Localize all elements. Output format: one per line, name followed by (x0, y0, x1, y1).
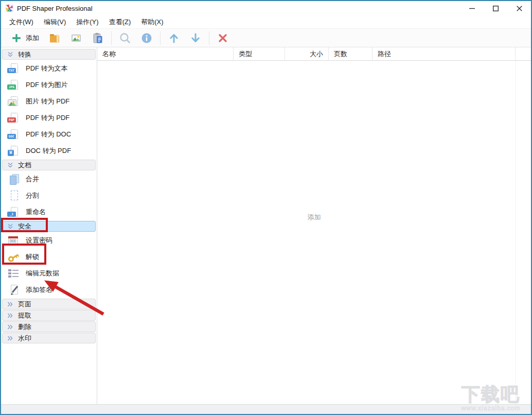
column-header-name[interactable]: 名称 (97, 47, 234, 60)
menu-edit[interactable]: 编辑(V) (39, 16, 71, 28)
word-file-icon: W (7, 144, 20, 158)
sidebar-item-doc-to-pdf[interactable]: W DOC 转为 PDF (1, 143, 97, 159)
chevron-double-right-icon (7, 324, 13, 330)
sidebar-item-split[interactable]: 分割 (1, 187, 97, 204)
delete-button[interactable] (212, 30, 234, 46)
toolbar-separator (209, 31, 209, 45)
column-header-path[interactable]: 路径 (373, 47, 516, 60)
move-up-icon (168, 32, 180, 44)
toolbar-separator (160, 31, 161, 45)
section-header-extract[interactable]: 提取 (2, 310, 96, 321)
section-header-delete[interactable]: 删除 (2, 321, 96, 332)
sidebar-item-label: 分割 (26, 191, 39, 200)
column-header-type[interactable]: 类型 (234, 47, 285, 60)
search-icon (119, 32, 131, 44)
open-folder-button[interactable] (44, 30, 65, 46)
paste-button[interactable] (87, 30, 109, 46)
merge-icon (7, 172, 20, 186)
menu-bar: 文件(W) 编辑(V) 操作(Y) 查看(Z) 帮助(X) (1, 15, 531, 28)
section-label: 文档 (18, 161, 31, 170)
maximize-button[interactable] (484, 1, 507, 15)
app-window: PDF Shaper Professional 文件(W) 编辑(V) 操作(Y… (0, 0, 532, 415)
menu-view[interactable]: 查看(Z) (104, 16, 136, 28)
close-button[interactable] (507, 1, 531, 15)
sidebar-item-label: PDF 转为 DOC (26, 130, 71, 139)
sidebar-item-pdf-to-image[interactable]: JPG PDF 转为图片 (1, 77, 97, 93)
chevron-double-right-icon (7, 335, 13, 341)
sidebar-item-label: DOC 转为 PDF (26, 146, 71, 155)
signature-icon (7, 283, 20, 297)
section-header-security[interactable]: 安全 (2, 221, 96, 232)
add-image-button[interactable] (65, 30, 87, 46)
section-header-pages[interactable]: 页面 (2, 299, 96, 309)
doc-file-icon: DOC (7, 128, 20, 141)
chevron-double-right-icon (7, 313, 13, 319)
menu-file[interactable]: 文件(W) (4, 16, 39, 28)
image-file-icon (7, 95, 20, 108)
sidebar-item-label: PDF 转为 PDF (26, 113, 69, 123)
sidebar-item-edit-metadata[interactable]: 编辑元数据 (1, 265, 97, 282)
title-bar: PDF Shaper Professional (1, 1, 531, 15)
add-button[interactable]: 添加 (6, 30, 44, 46)
close-icon (517, 6, 522, 11)
section-label: 水印 (18, 334, 31, 343)
sidebar-item-pdf-to-doc[interactable]: DOC PDF 转为 DOC (1, 126, 97, 143)
section-header-convert[interactable]: 转换 (2, 49, 96, 60)
info-button[interactable] (136, 30, 157, 46)
move-down-icon (189, 32, 202, 44)
sidebar-item-label: PDF 转为文本 (26, 64, 68, 73)
chevron-double-right-icon (7, 301, 13, 307)
section-label: 删除 (18, 322, 31, 332)
maximize-icon (493, 6, 499, 11)
jpg-file-icon: JPG (7, 78, 20, 92)
section-label: 提取 (18, 311, 31, 320)
password-icon (7, 234, 20, 247)
sidebar: 转换 TXT PDF 转为文本 JPG PDF 转为图片 图片 转为 PDF P… (1, 47, 97, 404)
add-button-label: 添加 (26, 33, 39, 43)
column-header-pages[interactable]: 页数 (329, 47, 373, 60)
add-plus-icon (11, 32, 22, 44)
empty-area-hint: 添加 (308, 213, 321, 222)
window-controls (460, 1, 531, 15)
app-body: 转换 TXT PDF 转为文本 JPG PDF 转为图片 图片 转为 PDF P… (1, 47, 531, 404)
move-up-button[interactable] (163, 30, 185, 46)
image-icon (70, 32, 82, 44)
menu-actions[interactable]: 操作(Y) (71, 16, 103, 28)
toolbar-separator (111, 31, 112, 45)
key-icon (7, 250, 20, 264)
section-header-document[interactable]: 文档 (2, 160, 96, 170)
chevron-double-down-icon (7, 162, 13, 168)
paste-icon (92, 32, 104, 44)
sidebar-item-pdf-to-pdf[interactable]: PDF PDF 转为 PDF (1, 110, 97, 126)
section-label: 转换 (18, 50, 31, 59)
column-header-size[interactable]: 大小 (285, 47, 329, 60)
sidebar-item-add-signature[interactable]: 添加签名 (1, 282, 97, 298)
sidebar-item-label: 添加签名 (26, 285, 52, 295)
minimize-button[interactable] (460, 1, 484, 15)
sidebar-item-merge[interactable]: 合并 (1, 171, 97, 187)
rename-icon: _I (7, 205, 20, 219)
menu-help[interactable]: 帮助(X) (136, 16, 168, 28)
toolbar: 添加 (1, 28, 531, 47)
sidebar-item-label: 编辑元数据 (26, 269, 59, 278)
sidebar-item-pdf-to-text[interactable]: TXT PDF 转为文本 (1, 60, 97, 77)
metadata-icon (7, 267, 20, 280)
section-header-watermark[interactable]: 水印 (2, 333, 96, 343)
app-logo-icon (5, 4, 14, 13)
open-folder-icon (48, 32, 61, 44)
sidebar-item-set-password[interactable]: 设置密码 (1, 232, 97, 249)
column-divider (516, 61, 516, 404)
search-button[interactable] (114, 30, 136, 46)
minimize-icon (469, 6, 475, 11)
file-table-header: 名称 类型 大小 页数 路径 (97, 47, 531, 61)
sidebar-item-label: 解锁 (26, 252, 39, 262)
info-icon (140, 32, 153, 44)
file-list-area[interactable]: 名称 类型 大小 页数 路径 添加 (97, 47, 531, 404)
pdf-file-icon: PDF (7, 111, 20, 125)
chevron-double-down-icon (7, 223, 13, 230)
move-down-button[interactable] (185, 30, 206, 46)
sidebar-item-unlock[interactable]: 解锁 (1, 249, 97, 265)
sidebar-item-rename[interactable]: _I 重命名 (1, 204, 97, 220)
sidebar-item-image-to-pdf[interactable]: 图片 转为 PDF (1, 93, 97, 110)
sidebar-item-label: 重命名 (26, 208, 46, 217)
